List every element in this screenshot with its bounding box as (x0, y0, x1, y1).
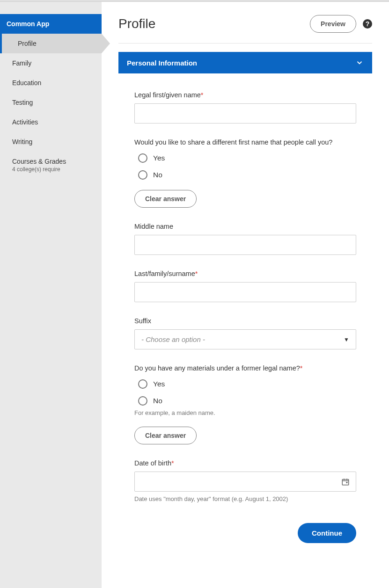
sidebar-item-label: Courses & Grades (12, 158, 66, 165)
helper-dob: Date uses "month day, year" format (e.g.… (134, 495, 356, 502)
sidebar-item-label: Family (12, 59, 31, 67)
select-placeholder: - Choose an option - (141, 335, 205, 343)
header-actions: Preview ? (310, 15, 372, 33)
label-suffix: Suffix (134, 317, 356, 325)
input-first-name[interactable] (134, 103, 356, 123)
calendar-icon[interactable] (341, 478, 350, 486)
section-header-personal-info[interactable]: Personal Information (118, 52, 372, 73)
sidebar: Common App Profile Family Education Test… (0, 2, 102, 588)
label-diff-first-name: Would you like to share a different firs… (134, 138, 356, 146)
field-dob: Date of birth* Date uses "month day, yea… (134, 459, 356, 502)
radio-label: No (153, 397, 162, 405)
radio-label: Yes (153, 154, 165, 162)
sidebar-item-testing[interactable]: Testing (0, 93, 102, 112)
helper-former-name: For example, a maiden name. (134, 409, 356, 416)
continue-row: Continue (134, 523, 356, 543)
main-content: Profile Preview ? Personal Information L… (102, 2, 389, 588)
label-last-name: Last/family/surname* (134, 270, 356, 277)
preview-button[interactable]: Preview (310, 15, 356, 33)
sidebar-item-subtext: 4 college(s) require (12, 166, 89, 173)
input-dob[interactable] (134, 472, 356, 492)
sidebar-item-label: Testing (12, 99, 33, 106)
label-middle-name: Middle name (134, 223, 356, 230)
page-header: Profile Preview ? (118, 15, 372, 44)
radio-diff-first-no[interactable]: No (138, 170, 356, 180)
form-body: Legal first/given name* Would you like t… (118, 73, 372, 548)
label-former-name: Do you have any materials under a former… (134, 364, 356, 372)
sidebar-item-profile[interactable]: Profile (0, 34, 102, 53)
clear-answer-button[interactable]: Clear answer (134, 427, 197, 444)
chevron-down-icon (355, 58, 364, 67)
sidebar-item-label: Writing (12, 138, 32, 145)
radio-circle-icon (138, 170, 147, 180)
radio-label: No (153, 171, 162, 179)
radio-circle-icon (138, 396, 147, 406)
select-suffix[interactable]: - Choose an option - ▼ (134, 329, 356, 349)
sidebar-nav: Profile Family Education Testing Activit… (0, 34, 102, 179)
help-icon[interactable]: ? (363, 19, 372, 29)
sidebar-item-family[interactable]: Family (0, 53, 102, 73)
label-first-name: Legal first/given name* (134, 91, 356, 99)
label-dob: Date of birth* (134, 459, 356, 467)
field-former-name: Do you have any materials under a former… (134, 364, 356, 444)
required-mark: * (171, 459, 174, 467)
caret-down-icon: ▼ (344, 336, 349, 343)
field-suffix: Suffix - Choose an option - ▼ (134, 317, 356, 349)
field-middle-name: Middle name (134, 223, 356, 255)
continue-button[interactable]: Continue (298, 523, 356, 543)
svg-rect-4 (346, 482, 348, 483)
field-diff-first-name: Would you like to share a different firs… (134, 138, 356, 208)
required-mark: * (195, 270, 198, 277)
clear-answer-button[interactable]: Clear answer (134, 190, 197, 208)
sidebar-item-label: Education (12, 79, 41, 87)
required-mark: * (201, 91, 204, 99)
sidebar-item-courses-grades[interactable]: Courses & Grades 4 college(s) require (0, 152, 102, 179)
input-middle-name[interactable] (134, 235, 356, 255)
radio-circle-icon (138, 153, 147, 163)
sidebar-item-activities[interactable]: Activities (0, 112, 102, 132)
sidebar-item-label: Profile (18, 40, 37, 47)
sidebar-item-label: Activities (12, 118, 38, 126)
sidebar-item-writing[interactable]: Writing (0, 132, 102, 152)
field-last-name: Last/family/surname* (134, 270, 356, 302)
input-last-name[interactable] (134, 282, 356, 302)
svg-rect-0 (342, 479, 349, 485)
radio-circle-icon (138, 379, 147, 389)
required-mark: * (300, 364, 303, 372)
radio-label: Yes (153, 380, 165, 388)
sidebar-item-education[interactable]: Education (0, 73, 102, 93)
app-title: Common App (0, 14, 102, 34)
section-title: Personal Information (127, 59, 197, 67)
radio-former-yes[interactable]: Yes (138, 379, 356, 389)
field-first-name: Legal first/given name* (134, 91, 356, 123)
radio-former-no[interactable]: No (138, 396, 356, 406)
radio-diff-first-yes[interactable]: Yes (138, 153, 356, 163)
page-title: Profile (118, 16, 155, 31)
